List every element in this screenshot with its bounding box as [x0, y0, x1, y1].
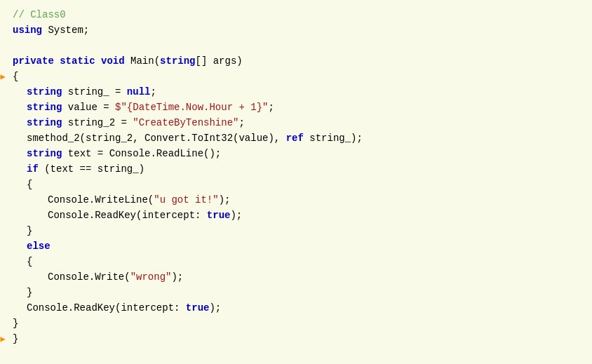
plain: string_2 = [62, 117, 133, 128]
keyword-private: private [13, 55, 54, 67]
line-content-18: Console.Write("wrong"); [6, 269, 592, 285]
code-line-8: string string_2 = "CreateByTenshine"; [0, 115, 592, 130]
keyword-static: static [60, 55, 95, 67]
line-indicator-5: ▶ [0, 72, 6, 82]
keyword-string4: string [27, 148, 62, 159]
plain: ; [238, 117, 244, 128]
keyword-true2: true [186, 302, 210, 314]
code-line-7: string value = $"{DateTime.Now.Hour + 1}… [0, 100, 592, 115]
keyword-using: using [13, 25, 42, 36]
string-ugotit: "u got it!" [154, 194, 218, 205]
line-content-14: Console.ReadKey(intercept: true); [6, 208, 592, 223]
line-content-1: // Class0 [6, 7, 592, 22]
line-content-10: string text = Console.ReadLine(); [6, 146, 592, 161]
plain: { [27, 179, 32, 190]
plain: [] args) [196, 55, 243, 67]
plain: text = Console.ReadLine(); [62, 148, 221, 159]
plain: value = [62, 102, 115, 113]
code-line-21: } [0, 316, 592, 331]
plain: Console.ReadKey(intercept: [48, 210, 207, 221]
plain: ; [150, 86, 156, 97]
plain: (text == string_) [39, 163, 144, 175]
code-line-5: ▶ { [0, 69, 592, 84]
code-line-12: { [0, 177, 592, 192]
code-line-19: } [0, 285, 592, 300]
code-line-20: Console.ReadKey(intercept: true); [0, 300, 592, 316]
plain: { [27, 256, 32, 267]
code-line-15: } [0, 223, 592, 238]
line-content-20: Console.ReadKey(intercept: true); [6, 300, 592, 316]
plain: } [27, 287, 32, 298]
line-content-12: { [6, 177, 592, 192]
line-content-11: if (text == string_) [6, 161, 592, 177]
line-content-9: smethod_2(string_2, Convert.ToInt32(valu… [6, 130, 592, 146]
plain: ); [230, 210, 242, 221]
plain: ; [268, 102, 274, 113]
line-content-15: } [6, 223, 592, 238]
line-content-19: } [6, 285, 592, 300]
code-line-10: string text = Console.ReadLine(); [0, 146, 592, 161]
code-line-6: string string_ = null; [0, 84, 592, 100]
line-content-21: } [6, 316, 592, 331]
line-content-2: using System; [6, 22, 592, 38]
code-line-13: Console.WriteLine("u got it!"); [0, 192, 592, 208]
line-content-3 [6, 38, 592, 53]
string-value: $"{DateTime.Now.Hour + 1}" [115, 102, 268, 113]
keyword-string: string [27, 86, 62, 97]
plain: { [13, 71, 18, 82]
line-content-4: private static void Main(string[] args) [6, 53, 592, 69]
line-indicator-22: ▶ [0, 334, 6, 344]
string-createbytenshine: "CreateByTenshine" [133, 117, 238, 128]
line-content-8: string string_2 = "CreateByTenshine"; [6, 115, 592, 130]
plain: Console.Write( [48, 271, 130, 283]
code-line-11: if (text == string_) [0, 161, 592, 177]
keyword-else: else [27, 241, 51, 252]
keyword-string3: string [27, 117, 62, 128]
keyword-true: true [207, 210, 231, 221]
code-line-18: Console.Write("wrong"); [0, 269, 592, 285]
line-content-16: else [6, 238, 592, 254]
plain: System; [42, 25, 89, 36]
code-editor: // Class0 using System; private static v… [0, 0, 592, 364]
plain: ); [171, 271, 183, 283]
line-content-7: string value = $"{DateTime.Now.Hour + 1}… [6, 100, 592, 115]
plain: } [13, 318, 18, 329]
code-line-14: Console.ReadKey(intercept: true); [0, 208, 592, 223]
code-line-3 [0, 38, 592, 53]
keyword-string2: string [27, 102, 62, 113]
code-line-4: private static void Main(string[] args) [0, 53, 592, 69]
code-line-1: // Class0 [0, 7, 592, 22]
code-line-9: smethod_2(string_2, Convert.ToInt32(valu… [0, 130, 592, 146]
code-line-17: { [0, 254, 592, 269]
plain: Console.ReadKey(intercept: [27, 302, 186, 314]
plain: Main( [125, 55, 160, 67]
line-content-22: } [6, 331, 592, 346]
plain [54, 55, 60, 67]
keyword-ref: ref [286, 133, 304, 144]
code-line-22: ▶ } [0, 331, 592, 346]
comment: // Class0 [13, 9, 66, 20]
code-line-16: else [0, 238, 592, 254]
plain: } [27, 225, 32, 236]
string-wrong: "wrong" [130, 271, 172, 283]
plain: Console.WriteLine( [48, 194, 154, 205]
line-content-5: { [6, 69, 592, 84]
code-line-2: using System; [0, 22, 592, 38]
line-content-17: { [6, 254, 592, 269]
plain: string_ = [62, 86, 126, 97]
keyword-void: void [101, 55, 125, 67]
plain: string_); [304, 133, 363, 144]
line-content-13: Console.WriteLine("u got it!"); [6, 192, 592, 208]
keyword-if: if [27, 163, 39, 175]
plain: } [13, 333, 18, 344]
plain [95, 55, 101, 67]
plain: smethod_2(string_2, Convert.ToInt32(valu… [27, 133, 286, 144]
keyword-string: string [160, 55, 195, 67]
plain: ); [219, 194, 231, 205]
plain: ); [209, 302, 221, 314]
keyword-null: null [127, 86, 151, 97]
line-content-6: string string_ = null; [6, 84, 592, 100]
